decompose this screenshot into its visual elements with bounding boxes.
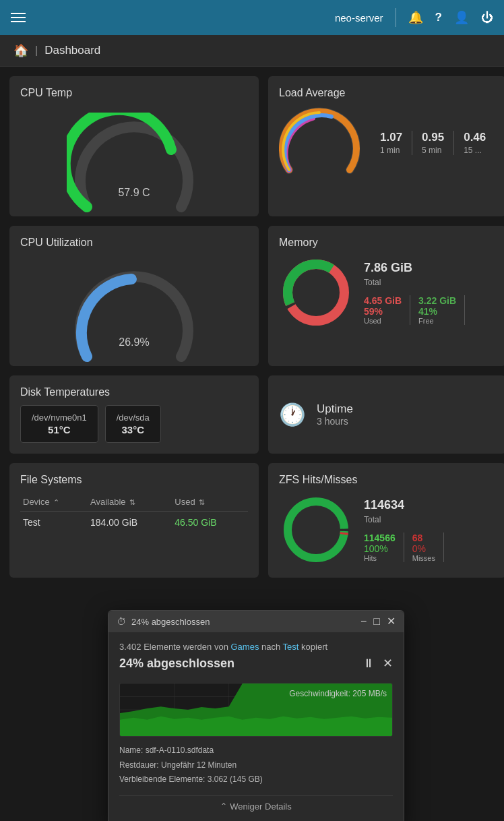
dialog-desc-middle: nach [259,642,282,652]
dashboard-grid: CPU Temp 57.9 C Load Average 1 [0,67,504,587]
dialog-maximize-btn[interactable]: □ [373,616,380,627]
memory-used-val: 4.65 GiB [364,295,402,306]
dialog-minimize-btn[interactable]: − [360,616,367,627]
load-stat-5min: 0.95 5 min [412,131,454,155]
table-row: Test 184.00 GiB 46.50 GiB [20,512,248,534]
load-avg-card: Load Average 1.07 1 min 0.95 5 min [268,76,504,216]
home-icon[interactable]: 🏠 [13,43,28,58]
zfs-title: ZFS Hits/Misses [279,474,495,486]
disk-nvme-temp: 51°C [32,424,87,435]
zfs-hits-pct: 100% [364,543,396,554]
memory-total-lbl: Total [364,278,465,287]
memory-row: 4.65 GiB 59% Used 3.22 GiB 41% Free [364,295,465,325]
disk-nvme-name: /dev/nvme0n1 [32,413,87,423]
help-icon[interactable]: ? [435,11,442,24]
dialog-less-details[interactable]: ⌃ Weniger Details [119,795,393,817]
breadcrumb: 🏠 | Dashboard [0,35,504,67]
dialog-progress-icon: ⏱ [117,616,126,627]
dialog-from-link[interactable]: Games [231,642,259,652]
disk-temp-title: Disk Temperatures [20,386,248,398]
memory-title: Memory [279,237,495,249]
breadcrumb-separator: | [35,44,38,57]
dialog-meta: Name: sdf-A-0110.sdfdata Restdauer: Unge… [119,743,393,787]
dialog-to-link[interactable]: Test [283,642,299,652]
fs-used-cell: 46.50 GiB [172,512,248,534]
dialog-actions: ⏸ ✕ [363,656,393,671]
disk-btn-sda[interactable]: /dev/sda 33°C [105,405,161,443]
used-sort-arrow: ⇅ [199,498,205,506]
memory-free-pct: 41% [418,306,456,317]
dialog-titlebar: ⏱ 24% abgeschlossen − □ ✕ [108,611,404,632]
uptime-value: 3 hours [317,416,353,427]
memory-used-stat: 4.65 GiB 59% Used [364,295,410,325]
memory-stats: 7.86 GiB Total 4.65 GiB 59% Used 3.22 Gi… [364,261,465,325]
disk-btn-row: /dev/nvme0n1 51°C /dev/sda 33°C [20,405,248,443]
dialog-title-text: 24% abgeschlossen [131,617,210,627]
nav-divider [396,8,396,27]
zfs-hits-lbl: Hits [364,554,396,562]
memory-used-pct: 59% [364,306,402,317]
memory-used-lbl: Used [364,317,402,325]
memory-free-val: 3.22 GiB [418,295,456,306]
fs-available-cell: 184.00 GiB [88,512,172,534]
cpu-temp-card: CPU Temp 57.9 C [9,76,259,216]
user-icon[interactable]: 👤 [454,10,469,25]
zfs-total-val: 114634 [364,498,444,512]
dialog-progress-text: 24% abgeschlossen [119,657,234,671]
load-stat-1min: 1.07 1 min [371,131,412,155]
svg-marker-15 [120,717,392,736]
disk-sda-name: /dev/sda [117,413,150,423]
dialog-cancel-btn[interactable]: ✕ [383,656,393,671]
cpu-temp-gauge-wrap: 57.9 C [20,106,248,206]
memory-gauge [279,255,353,330]
zfs-content: 114634 Total 114566 100% Hits 68 0% Miss… [279,493,495,567]
zfs-card: ZFS Hits/Misses 114634 Total 114566 100%… [268,463,504,578]
memory-total-val: 7.86 GiB [364,261,465,275]
chevron-up-icon: ⌃ [220,801,227,811]
zfs-hits-val: 114566 [364,533,396,543]
cpu-util-gauge-wrap: 26.9% [20,255,248,355]
fs-col-available[interactable]: Available ⇅ [88,493,172,512]
page-title: Dashboard [44,44,100,57]
zfs-misses-val: 68 [412,533,435,543]
device-sort-arrow: ⌃ [53,498,59,506]
disk-sda-temp: 33°C [117,424,150,435]
load-val-1min: 1.07 [380,131,402,144]
load-stat-15min: 0.46 15 ... [454,131,495,155]
zfs-gauge [279,493,353,567]
fs-col-device[interactable]: Device ⌃ [20,493,88,512]
uptime-card: 🕐 Uptime 3 hours [268,375,504,454]
server-name-label: neo-server [335,12,383,24]
power-icon[interactable]: ⏻ [481,11,493,25]
dialog-remaining-elements: Verbleibende Elemente: 3.062 (145 GB) [119,772,393,787]
speed-label: Geschwindigkeit: 205 MB/s [289,689,387,698]
file-sys-title: File Systems [20,474,248,486]
dialog-file-name: Name: sdf-A-0110.sdfdata [119,743,393,758]
bell-icon[interactable]: 🔔 [408,10,423,25]
zfs-misses-stat: 68 0% Misses [404,533,444,562]
memory-card: Memory 7.86 GiB Total 4.65 GiB 59% Used [268,226,504,366]
load-avg-title: Load Average [279,87,495,99]
dialog-body: 3.402 Elemente werden von Games nach Tes… [108,632,404,821]
progress-chart: Geschwindigkeit: 205 MB/s [119,683,393,737]
load-lbl-5min: 5 min [422,146,444,155]
uptime-label: Uptime [317,402,353,416]
uptime-info: Uptime 3 hours [317,402,353,427]
cpu-temp-gauge [67,113,201,220]
memory-free-lbl: Free [418,317,456,325]
load-avg-content: 1.07 1 min 0.95 5 min 0.46 15 ... [279,106,495,180]
load-val-15min: 0.46 [464,131,486,144]
disk-btn-nvme[interactable]: /dev/nvme0n1 51°C [20,405,98,443]
uptime-content: 🕐 Uptime 3 hours [279,402,353,427]
dialog-remaining-time: Restdauer: Ungefähr 12 Minuten [119,758,393,773]
cpu-temp-value: 57.9 C [118,187,150,199]
hamburger-menu[interactable] [11,13,26,22]
disk-temp-card: Disk Temperatures /dev/nvme0n1 51°C /dev… [9,375,259,454]
dialog-pause-btn[interactable]: ⏸ [363,656,375,671]
zfs-hits-stat: 114566 100% Hits [364,533,404,562]
memory-free-stat: 3.22 GiB 41% Free [410,295,465,325]
zfs-misses-lbl: Misses [412,554,435,562]
fs-col-used[interactable]: Used ⇅ [172,493,248,512]
dialog-close-btn[interactable]: ✕ [387,616,396,627]
navbar: neo-server 🔔 ? 👤 ⏻ [0,0,504,35]
